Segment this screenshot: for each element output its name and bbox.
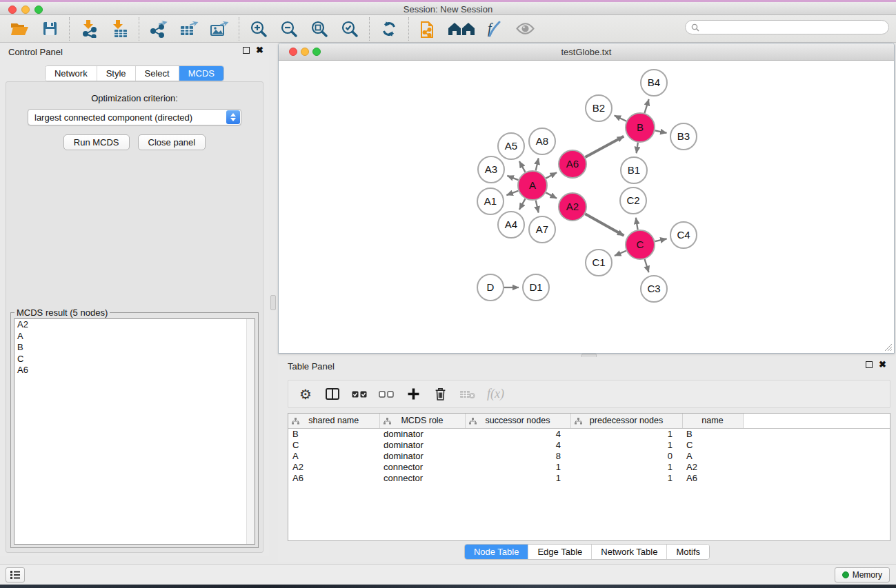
toggle-graphics-details-icon[interactable]: f bbox=[482, 18, 507, 40]
table-row[interactable]: Adominator80A bbox=[288, 450, 890, 461]
graph-node-B[interactable]: B bbox=[626, 113, 655, 142]
column-header-name[interactable]: name bbox=[682, 414, 743, 428]
graph-edge-C-C2[interactable] bbox=[636, 218, 638, 230]
new-network-from-selection-icon[interactable] bbox=[416, 18, 441, 40]
graph-node-A4[interactable]: A4 bbox=[498, 212, 524, 238]
graph-edge-B-B3[interactable] bbox=[655, 130, 667, 133]
graph-edge-A-A5[interactable] bbox=[519, 161, 526, 172]
unselect-all-checkboxes-icon[interactable] bbox=[379, 391, 394, 398]
graph-node-A2[interactable]: A2 bbox=[559, 193, 586, 221]
zoom-out-icon[interactable] bbox=[277, 18, 301, 40]
criterion-dropdown[interactable]: largest connected component (directed) bbox=[28, 109, 241, 125]
mcds-result-item[interactable]: C bbox=[14, 354, 255, 365]
graph-node-D[interactable]: D bbox=[477, 274, 504, 301]
graph-node-B1[interactable]: B1 bbox=[621, 157, 647, 183]
select-all-checkboxes-icon[interactable] bbox=[352, 391, 367, 398]
graph-edge-A-A3[interactable] bbox=[507, 176, 518, 180]
graph-node-C2[interactable]: C2 bbox=[620, 187, 646, 214]
search-input[interactable] bbox=[703, 23, 883, 32]
mcds-result-item[interactable]: A6 bbox=[14, 365, 255, 376]
export-image-icon[interactable] bbox=[207, 18, 232, 40]
close-panel-icon[interactable]: ✖ bbox=[256, 47, 263, 54]
graph-node-C3[interactable]: C3 bbox=[641, 276, 667, 302]
graph-edge-B-B4[interactable] bbox=[644, 99, 648, 113]
graph-edge-B-B1[interactable] bbox=[637, 143, 638, 153]
graph-edge-C-C3[interactable] bbox=[645, 259, 649, 272]
tab-network-table[interactable]: Network Table bbox=[592, 545, 667, 559]
run-mcds-button[interactable]: Run MCDS bbox=[63, 134, 130, 150]
memory-button[interactable]: Memory bbox=[835, 567, 890, 582]
first-neighbors-icon[interactable] bbox=[446, 18, 477, 40]
table-row[interactable]: Cdominator41C bbox=[288, 439, 890, 450]
graph-node-A6[interactable]: A6 bbox=[559, 150, 586, 178]
column-header-MCDS-role[interactable]: MCDS role bbox=[379, 414, 465, 428]
tab-style[interactable]: Style bbox=[97, 66, 136, 81]
graph-edge-A-A6[interactable] bbox=[546, 172, 557, 178]
network-window-titlebar[interactable]: testGlobe.txt bbox=[279, 43, 894, 61]
graph-node-A3[interactable]: A3 bbox=[478, 156, 504, 183]
graph-edge-B-B2[interactable] bbox=[615, 116, 626, 121]
graph-edge-A6-B[interactable] bbox=[585, 136, 624, 157]
add-column-icon[interactable] bbox=[406, 388, 421, 400]
tab-motifs[interactable]: Motifs bbox=[667, 545, 709, 559]
vertical-splitter-handle[interactable] bbox=[270, 295, 276, 310]
graph-edge-A-A4[interactable] bbox=[519, 199, 526, 210]
import-table-icon[interactable] bbox=[107, 18, 132, 40]
mcds-result-list[interactable]: A2ABCA6 bbox=[14, 318, 255, 545]
graph-node-D1[interactable]: D1 bbox=[523, 274, 549, 301]
column-header-shared-name[interactable]: shared name bbox=[288, 414, 379, 428]
graph-edge-A-A1[interactable] bbox=[506, 191, 518, 195]
show-columns-icon[interactable] bbox=[325, 388, 340, 400]
network-canvas[interactable]: B4B2BB3B1A5A8A6A3AA1A2C2A4A7C4CC1C3DD1 bbox=[279, 61, 894, 353]
export-network-icon[interactable] bbox=[146, 18, 171, 40]
save-session-icon[interactable] bbox=[37, 18, 62, 40]
graph-node-B3[interactable]: B3 bbox=[670, 123, 697, 150]
table-row[interactable]: A2connector11A2 bbox=[288, 461, 890, 472]
export-table-icon[interactable] bbox=[177, 18, 201, 40]
column-header-predecessor-nodes[interactable]: predecessor nodes bbox=[570, 414, 682, 428]
graph-node-C[interactable]: C bbox=[626, 230, 655, 259]
graph-node-C4[interactable]: C4 bbox=[670, 222, 697, 248]
graph-node-A5[interactable]: A5 bbox=[498, 133, 524, 159]
mcds-result-item[interactable]: A bbox=[14, 331, 255, 343]
graph-node-A8[interactable]: A8 bbox=[529, 128, 555, 154]
tab-mcds[interactable]: MCDS bbox=[179, 66, 223, 81]
graph-node-A[interactable]: A bbox=[518, 171, 547, 200]
network-graph[interactable]: B4B2BB3B1A5A8A6A3AA1A2C2A4A7C4CC1C3DD1 bbox=[279, 61, 894, 353]
mcds-result-item[interactable]: A2 bbox=[14, 319, 255, 331]
graph-node-A1[interactable]: A1 bbox=[477, 188, 504, 214]
float-panel-icon[interactable] bbox=[243, 47, 250, 54]
graph-node-C1[interactable]: C1 bbox=[586, 250, 612, 276]
tab-select[interactable]: Select bbox=[136, 66, 179, 81]
close-table-panel-icon[interactable]: ✖ bbox=[879, 361, 886, 368]
result-scrollbar[interactable] bbox=[246, 319, 255, 544]
task-history-button[interactable] bbox=[6, 567, 25, 582]
tab-node-table[interactable]: Node Table bbox=[465, 545, 529, 559]
tab-network[interactable]: Network bbox=[46, 66, 97, 81]
graph-node-A7[interactable]: A7 bbox=[529, 216, 555, 243]
function-builder-icon[interactable]: f(x) bbox=[487, 387, 504, 401]
graph-edge-C-C1[interactable] bbox=[615, 251, 626, 256]
delete-table-icon[interactable] bbox=[459, 389, 475, 399]
zoom-in-icon[interactable] bbox=[246, 18, 271, 40]
graph-edge-A-A2[interactable] bbox=[546, 192, 557, 198]
graph-edge-A2-C[interactable] bbox=[585, 214, 624, 236]
delete-columns-trash-icon[interactable] bbox=[432, 387, 448, 401]
window-resize-grip[interactable] bbox=[884, 343, 893, 352]
table-row[interactable]: Bdominator41B bbox=[288, 428, 890, 439]
table-row[interactable]: A6connector11A6 bbox=[288, 472, 890, 483]
refresh-view-icon[interactable] bbox=[377, 18, 401, 40]
search-field[interactable] bbox=[685, 20, 889, 34]
graph-edge-A-A7[interactable] bbox=[536, 200, 539, 212]
column-header-successor-nodes[interactable]: successor nodes bbox=[465, 414, 570, 428]
mcds-result-item[interactable]: B bbox=[14, 342, 255, 354]
graph-edge-A-A8[interactable] bbox=[536, 158, 539, 170]
float-table-panel-icon[interactable] bbox=[866, 361, 873, 368]
show-hide-icon[interactable] bbox=[512, 18, 537, 40]
open-session-icon[interactable] bbox=[7, 18, 32, 40]
close-panel-button[interactable]: Close panel bbox=[138, 134, 206, 150]
import-network-icon[interactable] bbox=[77, 18, 101, 40]
tab-edge-table[interactable]: Edge Table bbox=[528, 545, 592, 559]
zoom-selected-icon[interactable] bbox=[337, 18, 362, 40]
graph-edge-C-C4[interactable] bbox=[655, 239, 666, 241]
